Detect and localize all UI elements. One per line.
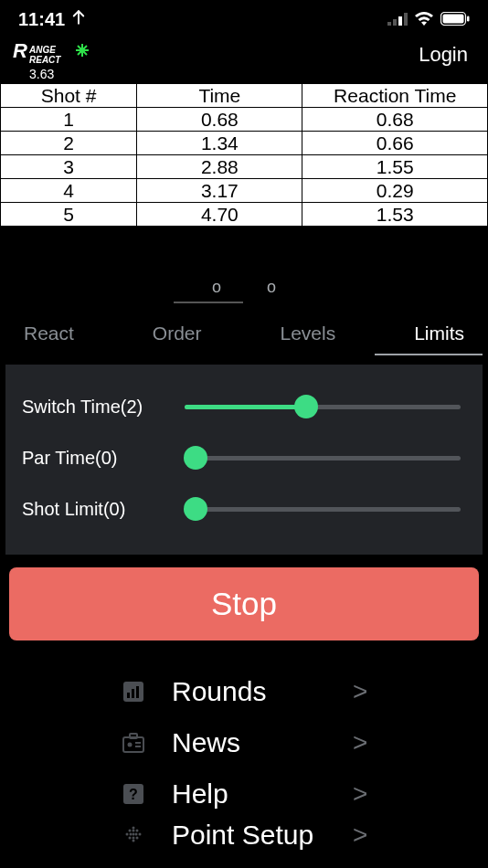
slider-thumb[interactable] <box>294 395 318 418</box>
page-indicator[interactable]: o o <box>0 278 488 297</box>
svg-point-37 <box>133 837 135 840</box>
cell-reaction: 0.68 <box>302 108 488 132</box>
svg-point-30 <box>136 830 139 832</box>
wifi-icon <box>414 9 434 30</box>
menu-label: Help <box>172 778 327 810</box>
menu-item-help[interactable]: ? Help > <box>0 768 488 820</box>
table-row: 2 1.34 0.66 <box>1 132 488 155</box>
slider-track <box>185 456 461 460</box>
status-time: 11:41 <box>18 9 65 30</box>
cell-time: 1.34 <box>137 132 302 155</box>
tab-order[interactable]: Order <box>153 319 202 348</box>
cell-time: 0.68 <box>137 108 302 132</box>
svg-point-36 <box>129 837 132 840</box>
cell-time: 4.70 <box>137 203 302 227</box>
svg-rect-20 <box>123 737 143 752</box>
chevron-right-icon: > <box>353 677 367 706</box>
switch-time-label: Switch Time(2) <box>22 397 168 418</box>
tab-bar: React Order Levels Limits <box>0 297 488 355</box>
table-row: 1 0.68 0.68 <box>1 108 488 132</box>
tab-limits[interactable]: Limits <box>414 319 464 348</box>
menu-label: Rounds <box>172 675 327 708</box>
shots-table-wrap: Shot # Time Reaction Time 1 0.68 0.68 2 … <box>0 83 488 227</box>
cell-shot: 5 <box>1 203 137 227</box>
app-header: R ANGE REACT 3.63 Login <box>0 34 488 81</box>
status-bar: 11:41 <box>0 0 488 34</box>
par-time-row: Par Time(0) <box>22 432 461 483</box>
slider-track <box>185 405 461 409</box>
bottom-menu: Rounds > News > ? Help > Point Setup > <box>0 666 488 851</box>
page-dot: o <box>212 278 221 297</box>
status-right <box>387 9 470 30</box>
svg-point-27 <box>133 827 135 830</box>
menu-item-news[interactable]: News > <box>0 717 488 768</box>
slider-fill <box>185 405 306 409</box>
cell-reaction: 1.53 <box>302 203 488 227</box>
svg-rect-7 <box>467 16 470 22</box>
svg-rect-21 <box>130 734 137 738</box>
limits-panel: Switch Time(2) Par Time(0) Shot Limit(0) <box>5 365 483 555</box>
svg-rect-1 <box>387 22 391 26</box>
svg-point-33 <box>133 833 135 836</box>
svg-point-34 <box>135 833 138 836</box>
shots-table: Shot # Time Reaction Time 1 0.68 0.68 2 … <box>0 83 488 227</box>
header-time: Time <box>137 84 302 108</box>
bar-chart-icon <box>121 679 146 704</box>
svg-point-32 <box>130 833 133 836</box>
svg-point-28 <box>129 830 132 832</box>
cell-shot: 2 <box>1 132 137 155</box>
slider-thumb[interactable] <box>184 497 207 521</box>
svg-point-22 <box>128 743 133 747</box>
table-row: 4 3.17 0.29 <box>1 179 488 203</box>
shot-limit-label: Shot Limit(0) <box>22 499 168 520</box>
location-icon <box>70 9 87 30</box>
cell-reaction: 0.29 <box>302 179 488 203</box>
menu-item-point-setup[interactable]: Point Setup > <box>0 820 488 851</box>
tab-react[interactable]: React <box>24 319 74 348</box>
id-card-icon <box>121 730 146 756</box>
menu-label: News <box>172 726 327 759</box>
chevron-right-icon: > <box>353 728 367 757</box>
svg-point-38 <box>136 837 139 840</box>
status-left: 11:41 <box>18 9 87 30</box>
shot-limit-slider[interactable] <box>185 496 461 522</box>
app-version: 3.63 <box>13 67 106 81</box>
svg-rect-18 <box>132 689 134 698</box>
par-time-label: Par Time(0) <box>22 448 168 469</box>
svg-point-29 <box>133 830 135 832</box>
page-dot: o <box>267 278 276 297</box>
table-row: 3 2.88 1.55 <box>1 155 488 179</box>
svg-text:?: ? <box>129 787 138 802</box>
cellular-icon <box>387 9 408 30</box>
slider-thumb[interactable] <box>184 446 207 470</box>
svg-rect-17 <box>127 693 130 698</box>
svg-point-35 <box>139 833 142 836</box>
chevron-right-icon: > <box>353 820 367 850</box>
svg-text:REACT: REACT <box>29 55 61 65</box>
par-time-slider[interactable] <box>185 445 461 471</box>
tab-levels[interactable]: Levels <box>280 319 335 348</box>
switch-time-slider[interactable] <box>185 394 461 419</box>
svg-point-39 <box>133 840 135 842</box>
login-button[interactable]: Login <box>419 41 468 67</box>
svg-rect-3 <box>398 16 402 26</box>
svg-rect-4 <box>404 13 408 26</box>
cell-reaction: 1.55 <box>302 155 488 179</box>
svg-text:ANGE: ANGE <box>28 45 56 55</box>
stop-button[interactable]: Stop <box>9 567 479 640</box>
grid-icon <box>121 822 146 848</box>
header-shot: Shot # <box>1 84 137 108</box>
cell-shot: 4 <box>1 179 137 203</box>
app-logo: R ANGE REACT <box>13 41 106 69</box>
shot-limit-row: Shot Limit(0) <box>22 483 461 535</box>
cell-time: 3.17 <box>137 179 302 203</box>
svg-text:R: R <box>13 41 27 62</box>
menu-item-rounds[interactable]: Rounds > <box>0 666 488 717</box>
menu-label: Point Setup <box>172 820 327 851</box>
battery-icon <box>440 9 470 30</box>
tab-underline <box>375 354 483 355</box>
table-header-row: Shot # Time Reaction Time <box>1 84 488 108</box>
logo-block: R ANGE REACT 3.63 <box>13 41 106 81</box>
chevron-right-icon: > <box>353 779 367 809</box>
table-row: 5 4.70 1.53 <box>1 203 488 227</box>
